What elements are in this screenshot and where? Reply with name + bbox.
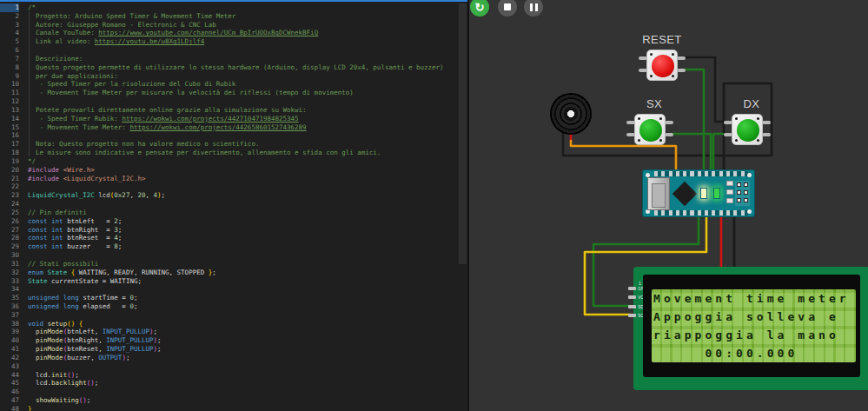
- code-text: - Speed Timer Rubik: https://wokwi.com/p…: [19, 115, 299, 123]
- pin-stub: [677, 56, 686, 60]
- code-line[interactable]: 11 - Movement Time Meter per misurare la…: [0, 89, 467, 97]
- code-line[interactable]: 29const int buzzer = 8;: [0, 242, 467, 251]
- lcd2004-module[interactable]: GNDVCCSDASCL 1 Movement time meterAppogg…: [633, 267, 868, 390]
- code-line[interactable]: 38void setup() {: [0, 320, 467, 328]
- editor-scrollbar[interactable]: [459, 3, 467, 264]
- code-line[interactable]: 39 pinMode(btnLeft, INPUT_PULLUP);: [0, 328, 467, 336]
- pin-stub: [626, 121, 635, 124]
- code-text: State currentState = WAITING;: [19, 277, 142, 285]
- arduino-nano-board[interactable]: [642, 169, 755, 217]
- sx-pushbutton[interactable]: [634, 114, 666, 145]
- code-line[interactable]: 14 - Speed Timer Rubik: https://wokwi.co…: [0, 115, 467, 123]
- line-number: 7: [0, 55, 19, 63]
- restart-icon: ↻: [475, 1, 485, 14]
- code-line[interactable]: 4 Canale YouTube: https://www.youtube.co…: [0, 29, 467, 37]
- line-number: 27: [0, 226, 19, 235]
- line-number: 14: [0, 115, 19, 123]
- line-number: 23: [0, 191, 19, 200]
- dx-button-label: DX: [726, 97, 778, 110]
- code-line[interactable]: 35unsigned long startTime = 0;: [0, 294, 467, 302]
- code-text: [19, 285, 28, 293]
- code-text: [19, 97, 28, 105]
- usb-connector: [647, 177, 670, 210]
- pin-stub: [724, 121, 732, 124]
- stop-icon: [504, 3, 511, 10]
- indent-guide: [29, 12, 30, 156]
- line-number: 4: [0, 29, 19, 37]
- code-line[interactable]: 41 pinMode(btnReset, INPUT_PULLUP);: [0, 345, 467, 354]
- code-line[interactable]: 12: [0, 97, 467, 106]
- code-line[interactable]: 27const int btnRight = 3;: [0, 226, 467, 235]
- code-line[interactable]: 18 Le misure sono indicative e pensate p…: [0, 149, 467, 157]
- pin-stub: [628, 287, 636, 290]
- sx-button-cap[interactable]: [639, 119, 662, 142]
- code-text: lcd.backlight();: [19, 379, 98, 387]
- code-line[interactable]: 8 Questo progetto permette di utilizzare…: [0, 63, 467, 72]
- code-line[interactable]: 13 Potete provarli direttamente online g…: [0, 106, 467, 115]
- code-text: [19, 251, 28, 259]
- pin-stub: [762, 133, 771, 136]
- code-line[interactable]: 33State currentState = WAITING;: [0, 277, 467, 286]
- code-line[interactable]: 19*/: [0, 157, 467, 166]
- screw: [735, 139, 738, 142]
- code-line[interactable]: 45 lcd.backlight();: [0, 379, 467, 388]
- code-line[interactable]: 34: [0, 285, 467, 294]
- code-line[interactable]: 47 showWaiting();: [0, 396, 467, 405]
- pin-stub: [762, 121, 771, 124]
- code-text: // Stati possibili: [19, 260, 98, 268]
- code-line[interactable]: 48}: [0, 405, 467, 411]
- code-line[interactable]: 2 Progetto: Arduino Speed Timer & Moveme…: [0, 12, 467, 21]
- lcd-bezel: Movement time meterAppoggia solleva eria…: [643, 275, 860, 377]
- code-line[interactable]: 3 Autore: Giuseppe Romano - Electronic &…: [0, 21, 467, 30]
- code-line[interactable]: 9 per due applicazioni:: [0, 72, 467, 81]
- code-line[interactable]: 30: [0, 251, 467, 260]
- code-text: Progetto: Arduino Speed Timer & Movement…: [19, 12, 235, 20]
- code-line[interactable]: 26const int btnLeft = 2;: [0, 217, 467, 226]
- code-line[interactable]: 16: [0, 131, 467, 140]
- pin-header-top: [654, 171, 748, 176]
- code-line[interactable]: 32enum State { WAITING, READY, RUNNING, …: [0, 268, 467, 277]
- line-number: 26: [0, 217, 19, 226]
- code-line[interactable]: 44 lcd.init();: [0, 371, 467, 380]
- code-line[interactable]: 24: [0, 200, 467, 209]
- code-line[interactable]: 42 pinMode(buzzer, OUTPUT);: [0, 354, 467, 362]
- code-line[interactable]: 17 Nota: Questo progetto non ha valore m…: [0, 140, 467, 149]
- code-line[interactable]: 31// Stati possibili: [0, 260, 467, 268]
- reset-button-cap[interactable]: [652, 55, 674, 77]
- code-line[interactable]: 25// Pin definiti: [0, 209, 467, 217]
- screw: [638, 117, 640, 120]
- line-number: 29: [0, 242, 19, 251]
- code-editor[interactable]: 1/*2 Progetto: Arduino Speed Timer & Mov…: [0, 0, 467, 411]
- code-text: [19, 311, 28, 319]
- code-line[interactable]: 37: [0, 311, 467, 320]
- code-line[interactable]: 7 Descrizione:: [0, 55, 467, 63]
- code-line[interactable]: 40 pinMode(btnRight, INPUT_PULLUP);: [0, 336, 467, 345]
- dx-button-cap[interactable]: [737, 119, 759, 142]
- code-line[interactable]: 20#include <Wire.h>: [0, 166, 467, 175]
- code-line[interactable]: 43: [0, 362, 467, 371]
- code-text: Canale YouTube: https://www.youtube.com/…: [19, 29, 318, 36]
- code-line[interactable]: 22: [0, 182, 467, 191]
- code-line[interactable]: 5 Link al video: https://youtu.be/u8Xq1L…: [0, 37, 467, 46]
- line-number: 33: [0, 277, 19, 286]
- reset-pushbutton[interactable]: [646, 50, 678, 81]
- line-number: 32: [0, 268, 19, 277]
- code-line[interactable]: 6: [0, 46, 467, 55]
- code-line[interactable]: 10 - Speed Timer per la risoluzione del …: [0, 80, 467, 89]
- code-line[interactable]: 1/*: [0, 3, 467, 12]
- line-number: 31: [0, 260, 19, 268]
- code-lines: 1/*2 Progetto: Arduino Speed Timer & Mov…: [0, 3, 467, 411]
- code-line[interactable]: 21#include <LiquidCrystal_I2C.h>: [0, 175, 467, 183]
- code-line[interactable]: 23LiquidCrystal_I2C lcd(0x27, 20, 4);: [0, 191, 467, 200]
- code-line[interactable]: 15 - Movement Time Meter: https://wokwi.…: [0, 123, 467, 132]
- code-line[interactable]: 36unsigned long elapsed = 0;: [0, 302, 467, 311]
- dx-pushbutton[interactable]: [732, 114, 763, 145]
- pin-stub: [724, 133, 732, 136]
- code-text: #include <LiquidCrystal_I2C.h>: [19, 175, 145, 182]
- code-text: #include <Wire.h>: [19, 166, 95, 174]
- code-line[interactable]: 46: [0, 388, 467, 396]
- code-text: lcd.init();: [19, 371, 79, 379]
- code-text: Nota: Questo progetto non ha valore medi…: [19, 140, 259, 148]
- code-line[interactable]: 28const int btnReset = 4;: [0, 234, 467, 242]
- piezo-buzzer[interactable]: [550, 93, 592, 135]
